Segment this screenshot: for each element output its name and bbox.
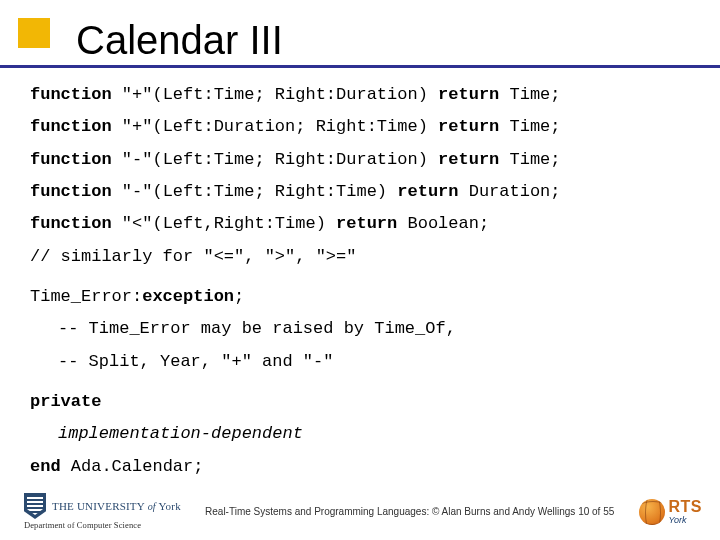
code-line-7: Time_Error:exception; (30, 284, 688, 310)
keyword-return: return (438, 150, 499, 169)
keyword-function: function (30, 214, 112, 233)
code-line-9: -- Split, Year, "+" and "-" (30, 349, 688, 375)
footer-text: Real-Time Systems and Programming Langua… (181, 506, 639, 517)
keyword-function: function (30, 117, 112, 136)
title-underline (0, 65, 720, 68)
keyword-return: return (397, 182, 458, 201)
spacer (30, 276, 688, 284)
keyword-private: private (30, 392, 101, 411)
keyword-exception: exception (142, 287, 234, 306)
university-logo-top: THE UNIVERSITY of York (24, 493, 181, 519)
code-line-10: private (30, 389, 688, 415)
code-line-5: function "<"(Left,Right:Time) return Boo… (30, 211, 688, 237)
slide: Calendar III function "+"(Left:Time; Rig… (0, 0, 720, 540)
keyword-return: return (336, 214, 397, 233)
slide-body: function "+"(Left:Time; Right:Duration) … (28, 82, 692, 480)
code-line-1: function "+"(Left:Time; Right:Duration) … (30, 82, 688, 108)
code-line-4: function "-"(Left:Time; Right:Time) retu… (30, 179, 688, 205)
rts-sub-label: York (669, 516, 703, 525)
department-name: Department of Computer Science (24, 520, 181, 530)
keyword-end: end (30, 457, 61, 476)
code-line-8: -- Time_Error may be raised by Time_Of, (30, 316, 688, 342)
rts-text: RTS York (669, 499, 703, 525)
code-line-3: function "-"(Left:Time; Right:Duration) … (30, 147, 688, 173)
rts-main-label: RTS (669, 499, 703, 515)
keyword-function: function (30, 182, 112, 201)
keyword-function: function (30, 85, 112, 104)
code-line-2: function "+"(Left:Duration; Right:Time) … (30, 114, 688, 140)
spacer (30, 381, 688, 389)
globe-icon (639, 499, 665, 525)
keyword-return: return (438, 117, 499, 136)
slide-title: Calendar III (76, 18, 692, 63)
slide-footer: THE UNIVERSITY of York Department of Com… (0, 493, 720, 530)
shield-icon (24, 493, 46, 519)
keyword-return: return (438, 85, 499, 104)
keyword-function: function (30, 150, 112, 169)
code-line-6: // similarly for "<=", ">", ">=" (30, 244, 688, 270)
university-name: THE UNIVERSITY of York (52, 500, 181, 512)
code-line-11: implementation-dependent (30, 421, 688, 447)
rts-logo: RTS York (639, 499, 703, 525)
code-line-12: end Ada.Calendar; (30, 454, 688, 480)
university-logo: THE UNIVERSITY of York Department of Com… (24, 493, 181, 530)
implementation-note: implementation-dependent (58, 424, 303, 443)
title-accent-box (18, 18, 50, 48)
